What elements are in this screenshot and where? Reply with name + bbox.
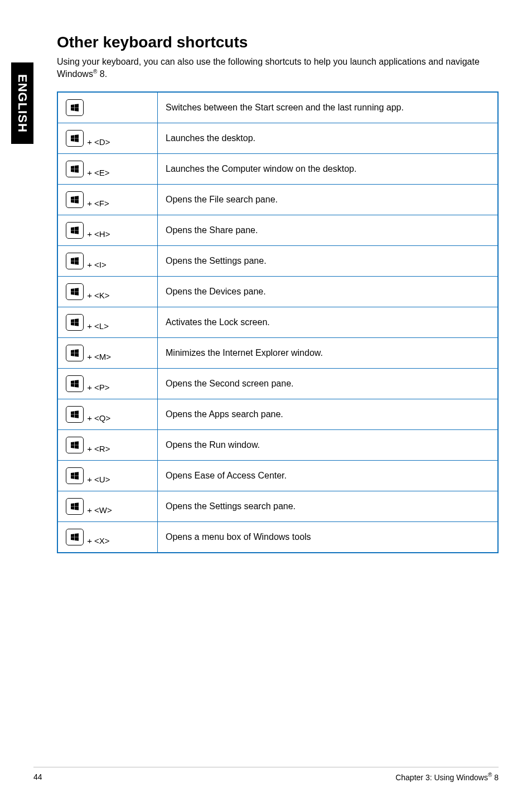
shortcut-suffix: + <L> xyxy=(85,321,109,331)
intro-text-b: 8. xyxy=(97,69,107,79)
svg-marker-37 xyxy=(75,380,79,384)
svg-marker-52 xyxy=(71,503,74,506)
svg-marker-28 xyxy=(71,319,74,322)
table-row: + <L>Activates the Lock screen. xyxy=(57,307,498,337)
shortcut-cell: + <U> xyxy=(57,460,158,491)
svg-marker-44 xyxy=(71,442,74,445)
table-row: + <W>Opens the Settings search pane. xyxy=(57,491,498,521)
svg-marker-46 xyxy=(71,445,74,448)
windows-key-icon xyxy=(66,314,84,331)
svg-marker-57 xyxy=(75,533,79,537)
shortcut-description: Opens the Share pane. xyxy=(158,215,499,245)
svg-marker-32 xyxy=(71,350,74,352)
svg-marker-30 xyxy=(71,322,74,325)
shortcut-cell: + <M> xyxy=(57,337,158,368)
windows-key-icon xyxy=(66,437,84,453)
windows-key-icon xyxy=(66,222,84,239)
svg-marker-55 xyxy=(75,506,79,510)
page: ENGLISH Other keyboard shortcuts Using y… xyxy=(0,0,532,802)
svg-marker-11 xyxy=(75,169,79,173)
shortcut-suffix: + <U> xyxy=(85,475,110,484)
svg-marker-41 xyxy=(75,410,79,414)
page-number: 44 xyxy=(33,772,42,781)
shortcut-cell: + <L> xyxy=(57,307,158,337)
svg-marker-39 xyxy=(75,384,79,388)
shortcut-suffix: + <P> xyxy=(85,383,110,392)
windows-key-icon xyxy=(66,498,84,515)
shortcut-description: Opens the Apps search pane. xyxy=(158,399,499,429)
svg-marker-1 xyxy=(75,104,79,108)
svg-marker-18 xyxy=(71,230,74,233)
svg-marker-45 xyxy=(75,441,79,445)
chapter-text-a: Chapter 3: Using Windows xyxy=(395,773,488,782)
table-row: + <D>Launches the desktop. xyxy=(57,123,498,153)
page-content: Other keyboard shortcuts Using your keyb… xyxy=(57,33,499,553)
svg-marker-17 xyxy=(75,226,79,230)
svg-marker-43 xyxy=(75,414,79,418)
svg-marker-10 xyxy=(71,169,74,172)
shortcut-description: Opens the Settings search pane. xyxy=(158,491,499,521)
svg-marker-49 xyxy=(75,472,79,476)
windows-key-icon xyxy=(66,467,84,484)
intro-paragraph: Using your keyboard, you can also use th… xyxy=(57,56,499,80)
windows-key-icon xyxy=(66,345,84,361)
table-row: + <R>Opens the Run window. xyxy=(57,429,498,460)
shortcut-description: Opens Ease of Access Center. xyxy=(158,460,499,491)
chapter-label: Chapter 3: Using Windows® 8 xyxy=(395,772,499,782)
windows-key-icon xyxy=(66,283,84,300)
shortcut-description: Switches between the Start screen and th… xyxy=(158,92,499,123)
svg-marker-3 xyxy=(75,108,79,112)
shortcut-cell xyxy=(57,92,158,123)
svg-marker-33 xyxy=(75,349,79,353)
table-row: + <K>Opens the Devices pane. xyxy=(57,276,498,307)
svg-marker-14 xyxy=(71,200,74,202)
shortcut-suffix: + <E> xyxy=(85,168,110,177)
svg-marker-9 xyxy=(75,165,79,169)
svg-marker-21 xyxy=(75,257,79,261)
shortcut-cell: + <I> xyxy=(57,245,158,276)
table-row: + <U>Opens Ease of Access Center. xyxy=(57,460,498,491)
table-row: + <I>Opens the Settings pane. xyxy=(57,245,498,276)
table-row: + <M>Minimizes the Internet Explorer win… xyxy=(57,337,498,368)
shortcuts-tbody: Switches between the Start screen and th… xyxy=(57,92,498,553)
svg-marker-40 xyxy=(71,411,74,414)
shortcut-cell: + <R> xyxy=(57,429,158,460)
svg-marker-25 xyxy=(75,288,79,292)
shortcut-suffix: + <K> xyxy=(85,291,110,300)
svg-marker-58 xyxy=(71,537,74,540)
svg-marker-27 xyxy=(75,292,79,296)
svg-marker-38 xyxy=(71,384,74,386)
table-row: Switches between the Start screen and th… xyxy=(57,92,498,123)
svg-marker-7 xyxy=(75,138,79,142)
windows-key-icon xyxy=(66,529,84,545)
windows-key-icon xyxy=(66,161,84,177)
svg-marker-31 xyxy=(75,322,79,326)
svg-marker-6 xyxy=(71,138,74,141)
svg-marker-15 xyxy=(75,200,79,204)
shortcut-suffix: + <H> xyxy=(85,229,110,239)
svg-marker-8 xyxy=(71,166,74,168)
shortcut-cell: + <Q> xyxy=(57,399,158,429)
shortcut-suffix: + <Q> xyxy=(85,413,110,423)
windows-key-icon xyxy=(66,130,84,147)
windows-key-icon xyxy=(66,375,84,392)
intro-text-a: Using your keyboard, you can also use th… xyxy=(57,57,480,79)
svg-marker-34 xyxy=(71,353,74,356)
language-tab-label: ENGLISH xyxy=(15,74,30,133)
windows-key-icon xyxy=(66,406,84,423)
svg-marker-5 xyxy=(75,134,79,138)
language-tab: ENGLISH xyxy=(11,62,33,144)
windows-key-icon xyxy=(66,99,84,116)
svg-marker-23 xyxy=(75,261,79,265)
page-title: Other keyboard shortcuts xyxy=(57,33,499,51)
shortcut-cell: + <X> xyxy=(57,521,158,553)
shortcut-description: Opens the Second screen pane. xyxy=(158,368,499,399)
svg-marker-0 xyxy=(71,104,74,107)
shortcut-cell: + <D> xyxy=(57,123,158,153)
page-footer: 44 Chapter 3: Using Windows® 8 xyxy=(33,767,499,782)
shortcut-description: Opens the File search pane. xyxy=(158,184,499,215)
shortcuts-table: Switches between the Start screen and th… xyxy=(57,91,499,553)
svg-marker-22 xyxy=(71,261,74,264)
table-row: + <H>Opens the Share pane. xyxy=(57,215,498,245)
shortcut-suffix: + <M> xyxy=(85,352,111,361)
